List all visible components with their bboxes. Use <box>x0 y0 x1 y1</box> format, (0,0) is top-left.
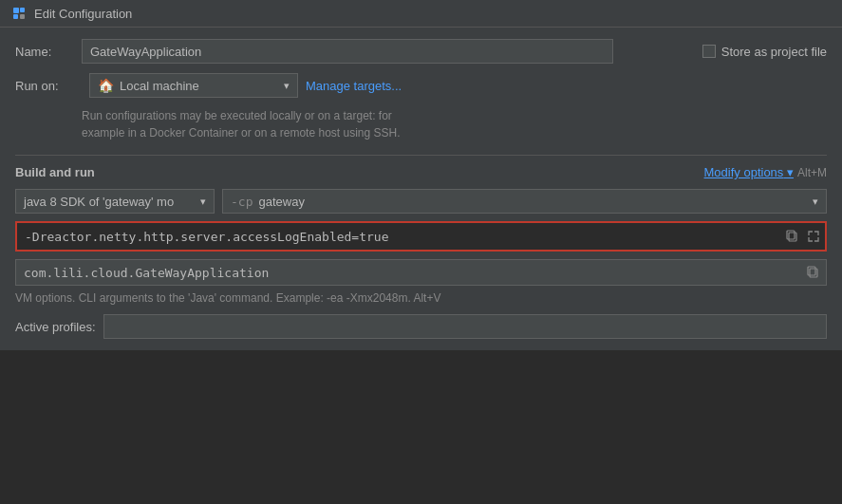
sdk-dropdown[interactable]: java 8 SDK of 'gateway' mo ▾ <box>15 189 215 214</box>
title-bar-text: Edit Configuration <box>34 7 132 21</box>
sdk-chevron-icon: ▾ <box>200 196 206 208</box>
cp-dropdown[interactable]: -cp gateway ▾ <box>222 189 827 214</box>
manage-targets-link[interactable]: Manage targets... <box>306 79 402 93</box>
help-text: Run configurations may be executed local… <box>82 107 827 141</box>
main-class-row <box>15 259 827 286</box>
modify-options-link[interactable]: Modify options ▾ <box>704 165 794 179</box>
run-on-dropdown[interactable]: 🏠 Local machine ▾ <box>89 73 298 98</box>
cp-chevron-icon: ▾ <box>813 196 818 208</box>
expand-icon-btn[interactable] <box>804 227 823 246</box>
vm-icons <box>783 227 823 246</box>
chevron-down-icon: ▾ <box>787 165 794 179</box>
svg-rect-3 <box>20 14 25 19</box>
name-row: Name: Store as project file <box>15 39 827 64</box>
copy-icon-btn[interactable] <box>783 227 802 246</box>
run-on-label: Run on: <box>15 79 82 93</box>
run-on-value: Local machine <box>120 79 199 93</box>
main-content: Name: Store as project file Run on: 🏠 Lo… <box>0 28 842 350</box>
vm-options-row <box>15 221 827 252</box>
svg-rect-5 <box>787 231 795 239</box>
run-on-row: Run on: 🏠 Local machine ▾ Manage targets… <box>15 73 827 98</box>
name-label: Name: <box>15 45 82 59</box>
svg-rect-0 <box>13 8 19 13</box>
build-run-title: Build and run <box>15 165 95 179</box>
sdk-row: java 8 SDK of 'gateway' mo ▾ -cp gateway… <box>15 189 827 214</box>
name-input[interactable] <box>82 39 613 64</box>
svg-rect-4 <box>789 233 796 241</box>
section-divider <box>15 155 827 156</box>
store-project-checkbox[interactable] <box>702 45 716 58</box>
vm-hint-text: VM options. CLI arguments to the 'Java' … <box>15 291 827 305</box>
chevron-down-icon: ▾ <box>284 80 290 92</box>
main-class-input[interactable] <box>15 259 827 286</box>
store-project-row: Store as project file <box>702 45 827 59</box>
store-project-label: Store as project file <box>721 45 827 59</box>
svg-rect-6 <box>810 269 817 277</box>
modify-options-row: Modify options ▾ Alt+M <box>704 165 827 179</box>
main-class-copy-btn[interactable] <box>804 263 823 282</box>
alt-m-hint: Alt+M <box>797 166 827 179</box>
modify-options-text: Modify options <box>704 165 784 179</box>
svg-rect-7 <box>808 267 815 275</box>
title-bar: Edit Configuration <box>0 0 842 28</box>
cp-value: gateway <box>258 195 304 209</box>
vm-options-input[interactable] <box>15 221 827 252</box>
svg-rect-2 <box>13 14 18 19</box>
house-icon: 🏠 <box>98 78 114 93</box>
main-class-icons <box>804 263 823 282</box>
cp-prefix: -cp <box>231 195 253 209</box>
sdk-value: java 8 SDK of 'gateway' mo <box>24 195 174 209</box>
active-profiles-row: Active profiles: <box>15 314 827 339</box>
edit-icon <box>11 6 27 21</box>
svg-rect-1 <box>20 8 25 12</box>
active-profiles-input[interactable] <box>103 314 827 339</box>
active-profiles-label: Active profiles: <box>15 320 96 334</box>
build-run-header: Build and run Modify options ▾ Alt+M <box>15 165 827 179</box>
